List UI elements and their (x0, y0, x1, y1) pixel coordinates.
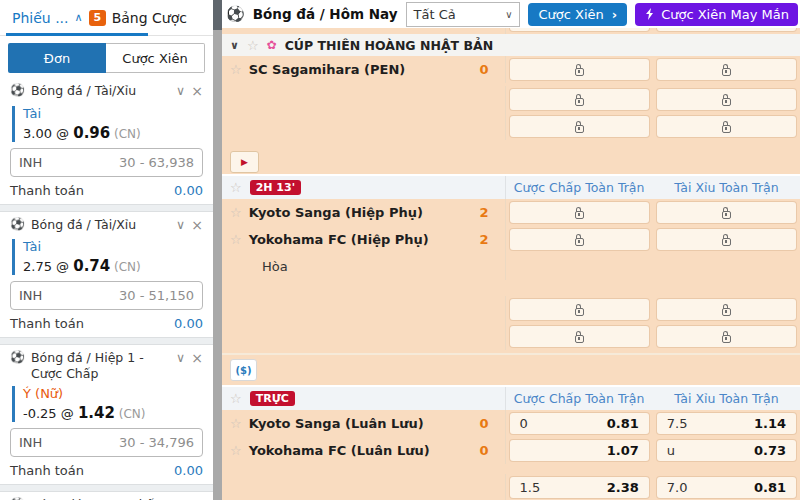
match-info (222, 474, 505, 500)
bet-card-header: ⚽Bóng đá / Hiệp 1 - Cược Chấp∨× (10, 350, 203, 381)
odds-columns (505, 296, 800, 323)
match-info: ☆Kyoto Sanga (Luân Lưu)0 (222, 410, 505, 437)
chevron-down-icon[interactable]: ∨ (176, 83, 185, 99)
odds-cell-locked (510, 326, 649, 347)
odds-columns: 1.52.387.00.81 (505, 474, 800, 500)
draw-label: Hòa (230, 259, 288, 274)
star-icon[interactable]: ☆ (230, 391, 242, 406)
bet-selection-name: Tài (23, 239, 41, 254)
bet-odds-line: 2.75 @ 0.74 (CN) (23, 257, 203, 275)
odds-cell[interactable]: 7.51.14 (657, 413, 796, 434)
chevron-down-icon[interactable]: ∨ (230, 39, 239, 52)
bet-card-list: ⚽Bóng đá / Tài/Xỉu∨×Tài3.00 @ 0.96 (CN)I… (0, 78, 213, 500)
play-icon: ▶ (241, 157, 248, 167)
stake-input[interactable]: INH30 - 51,150 (10, 281, 203, 310)
app-root: Phiếu ... ∧ 5 Bảng Cược Đơn Cược Xiên ⚽B… (0, 0, 800, 500)
parlay-button-label: Cược Xiên (538, 7, 603, 22)
cashout-button[interactable]: ($) (230, 359, 257, 381)
odds-line-value: 0 (520, 416, 528, 431)
league-header: ∨☆✿CÚP THIÊN HOÀNG NHẬT BẢN (222, 34, 800, 56)
page-title: Bóng đá / Hôm Nay (253, 6, 398, 22)
parlay-button[interactable]: Cược Xiên › (528, 3, 627, 26)
scrollbar-thumb[interactable] (213, 0, 222, 30)
lock-icon (575, 68, 584, 76)
bet-line-value: 3.00 @ (23, 126, 73, 141)
star-icon[interactable]: ☆ (230, 205, 242, 220)
odds-cell[interactable]: 00.81 (510, 413, 649, 434)
chevron-down-icon[interactable]: ∨ (176, 217, 185, 233)
play-row: ▶ (222, 150, 800, 174)
row-spacer (222, 280, 800, 296)
odds-main: ⚽ Bóng đá / Hôm Nay Tất Cả ∨ Cược Xiên ›… (222, 0, 800, 500)
column-header-label: Cược Chấp Toàn Trận (506, 391, 653, 406)
lock-icon (722, 98, 731, 106)
odds-cell[interactable]: 7.00.81 (657, 477, 796, 498)
market-header-columns: Cược Chấp Toàn TrậnTài Xỉu Toàn Trận (505, 176, 800, 199)
odds-cell-locked (510, 229, 649, 250)
payout-row: Thanh toán0.00 (10, 462, 203, 481)
payout-label: Thanh toán (10, 316, 84, 331)
market-header-band: ☆2H 13'Cược Chấp Toàn TrậnTài Xỉu Toàn T… (222, 176, 800, 199)
match-row (222, 86, 800, 113)
chevron-up-icon: ∧ (75, 11, 83, 24)
close-icon[interactable]: × (191, 83, 203, 101)
betslip-card: ⚽Bóng đá / Hiệp 1 - Cược Chấp∨×Ý (Nữ)-0.… (0, 345, 213, 484)
betslip-card: ⚽Bóng đá / Tài/Xỉu∨×Tài2.75 @ 0.74 (CN)I… (0, 212, 213, 338)
soccer-icon: ⚽ (10, 83, 25, 98)
card-divider (0, 337, 213, 345)
bet-odds-line: 3.00 @ 0.96 (CN) (23, 124, 203, 142)
lock-icon (575, 98, 584, 106)
betslip-scrollbar[interactable] (213, 0, 222, 500)
star-icon[interactable]: ☆ (230, 180, 242, 195)
odds-cell[interactable]: 1.52.38 (510, 477, 649, 498)
chevron-down-icon[interactable]: ∨ (176, 350, 185, 366)
odds-cell[interactable]: u0.73 (657, 440, 796, 461)
close-icon[interactable]: × (191, 350, 203, 368)
star-icon[interactable]: ☆ (247, 38, 259, 53)
payout-row: Thanh toán0.00 (10, 315, 203, 334)
star-icon[interactable]: ☆ (230, 443, 242, 458)
star-icon[interactable]: ☆ (230, 62, 242, 77)
filter-select[interactable]: Tất Cả ∨ (406, 2, 521, 27)
stake-input[interactable]: INH30 - 34,796 (10, 428, 203, 457)
stake-currency-label: INH (19, 435, 42, 450)
mode-parlay-button[interactable]: Cược Xiên (106, 43, 205, 73)
row-spacer (222, 140, 800, 150)
card-divider (0, 204, 213, 212)
cashout-row: ($) (222, 353, 800, 385)
betslip-card: ⚽Bóng đá / Tài/Xỉu∨×Tài3.00 @ 0.96 (CN)I… (0, 78, 213, 204)
odds-line-value: u (667, 443, 675, 458)
odds-cell-locked (510, 116, 649, 137)
match-info: ☆Kyoto Sanga (Hiệp Phụ)2 (222, 199, 505, 226)
soccer-icon: ⚽ (10, 350, 25, 365)
lock-icon (575, 238, 584, 246)
odds-columns (505, 253, 800, 280)
bet-card-header: ⚽Bóng đá / Tài/Xỉu∨× (10, 217, 203, 235)
odds-columns (505, 56, 800, 83)
match-info: ☆SC Sagamihara (PEN)0 (222, 56, 505, 83)
tab-bet-slip[interactable]: Phiếu ... ∧ 5 (12, 10, 106, 26)
odds-columns: 1.07u0.73 (505, 437, 800, 464)
play-button[interactable]: ▶ (230, 151, 259, 173)
mode-single-button[interactable]: Đơn (8, 43, 106, 73)
match-row: ☆SC Sagamihara (PEN)0 (222, 56, 800, 83)
betslip-card: ⚽Bóng đá / Cược Chấp∨×Ý (Nữ)$-0.25 @ 1.0… (0, 492, 213, 500)
star-icon[interactable]: ☆ (230, 416, 242, 431)
bet-card-header: ⚽Bóng đá / Tài/Xỉu∨× (10, 83, 203, 101)
league-flag-icon: ✿ (267, 38, 277, 52)
odds-columns (505, 199, 800, 226)
star-icon[interactable]: ☆ (230, 232, 242, 247)
odds-cell-locked (657, 202, 796, 223)
stake-range-placeholder: 30 - 63,938 (119, 155, 194, 170)
odds-cell[interactable]: 1.07 (510, 440, 649, 461)
bet-selection-name: Tài (23, 106, 41, 121)
stake-input[interactable]: INH30 - 63,938 (10, 148, 203, 177)
odds-price-value: 2.38 (607, 480, 639, 495)
close-icon[interactable]: × (191, 217, 203, 235)
lucky-parlay-button[interactable]: Cược Xiên May Mắn (635, 3, 798, 26)
match-row: ☆Yokohama FC (Luân Lưu)01.07u0.73 (222, 437, 800, 464)
bet-selection-block: Tài2.75 @ 0.74 (CN) (12, 239, 203, 275)
match-row (222, 296, 800, 323)
payout-label: Thanh toán (10, 183, 84, 198)
tab-bang-cuoc[interactable]: Bảng Cược (112, 10, 201, 26)
